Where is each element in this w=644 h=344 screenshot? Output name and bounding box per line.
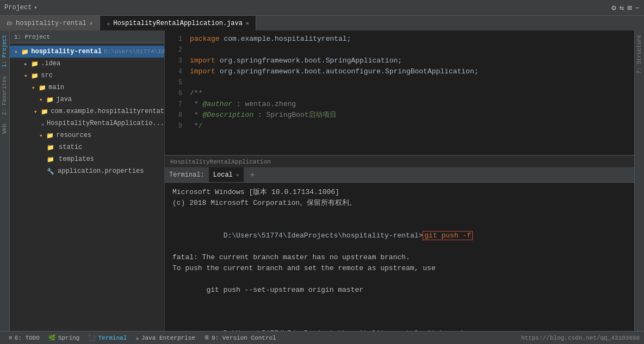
term-line-cmd1: D:\Users\51774\IdeaProjects\hospitality-… — [172, 220, 627, 252]
terminal-add-button[interactable]: + — [248, 171, 257, 179]
terminal-tab-local-label: Local — [213, 171, 233, 179]
tab-close-icon[interactable]: ✕ — [90, 20, 93, 27]
tab-hospitality-rental-application[interactable]: ☕ HospitalityRentalApplication.java ✕ — [100, 16, 256, 30]
term-line-3 — [172, 209, 627, 220]
status-version-control[interactable]: ⑨ 9: Version Control — [200, 332, 281, 344]
java-enterprise-label: Java Enterprise — [141, 335, 195, 341]
terminal-status-label: Terminal — [98, 335, 127, 341]
tree-path-root: D:\Users\51774\IdeaPro... — [104, 48, 164, 55]
folder-icon-resources: ▾ 📁 — [39, 132, 54, 139]
version-control-icon: ⑨ — [204, 334, 209, 341]
tree-item-idea[interactable]: ▸ 📁 .idea — [10, 58, 164, 70]
tree-label-resources: resources — [56, 132, 91, 139]
version-control-label: 9: Version Control — [212, 335, 276, 341]
tree-item-app-class[interactable]: ☕ HospitalityRentalApplicatio... — [10, 117, 164, 129]
tree-label-package: com.example.hospitalityrentat — [51, 108, 164, 115]
settings-icon[interactable]: ⚙ — [611, 3, 616, 12]
minimize-icon[interactable]: – — [635, 3, 640, 12]
tree-label-java: java — [56, 96, 72, 103]
tree-label-src: src — [41, 72, 53, 79]
project-dropdown-icon: ▾ — [34, 4, 37, 11]
tab-active-close-icon[interactable]: ✕ — [246, 20, 249, 27]
folder-icon-main: ▾ 📁 — [32, 84, 46, 91]
spring-label: Spring — [58, 335, 80, 341]
java-file-icon: ☕ — [41, 120, 45, 127]
status-bar: ≡ 6: TODO 🌿 Spring ⬛ Terminal ☕ Java Ent… — [0, 331, 644, 344]
terminal-area: Terminal: Local ✕ + Microsoft Windows [版… — [165, 167, 634, 331]
terminal-tab-close-icon[interactable]: ✕ — [236, 172, 239, 178]
left-tool-strip: 1: Project 2: Favorites Web — [0, 30, 10, 331]
folder-icon-root: ▾ 📁 — [14, 48, 29, 55]
tree-item-static[interactable]: 📁 static — [10, 141, 164, 153]
breadcrumb-text: HospitalityRentalApplication — [170, 159, 271, 165]
breadcrumb: HospitalityRentalApplication — [165, 155, 634, 167]
tree-item-templates[interactable]: 📁 templates — [10, 153, 164, 165]
folder-icon-idea: ▸ 📁 — [24, 60, 39, 67]
outer-layout: 1: Project 2: Favorites Web 1: Project ▾… — [0, 30, 644, 331]
code-area[interactable]: package com.example.hospitalityrental; i… — [185, 30, 634, 155]
tree-item-src[interactable]: ▾ 📁 src — [10, 70, 164, 82]
sync-icon[interactable]: ⇆ — [620, 3, 624, 12]
project-menu[interactable]: Project ▾ — [4, 4, 37, 11]
status-todo[interactable]: ≡ 6: TODO — [4, 332, 44, 344]
terminal-status-icon: ⬛ — [88, 334, 96, 341]
term-line-blank3 — [172, 307, 627, 317]
term-line-blank1 — [172, 274, 627, 285]
term-line-blank2 — [172, 296, 627, 307]
java-enterprise-icon: ☕ — [135, 334, 139, 341]
status-spring[interactable]: 🌿 Spring — [44, 332, 84, 344]
tree-label-main: main — [48, 84, 64, 91]
tree-item-java[interactable]: ▾ 📁 java — [10, 93, 164, 105]
tree-item-app-props[interactable]: 🔧 application.properties — [10, 165, 164, 177]
term-line-1: Microsoft Windows [版本 10.0.17134.1006] — [172, 187, 627, 198]
right-tool-strip: 7: Structure — [634, 30, 644, 331]
tab-text: hospitality-rental — [16, 20, 86, 27]
project-label: Project — [4, 4, 32, 11]
todo-label: 6: TODO — [15, 335, 40, 341]
term-line-fatal2: To push the current branch and set the r… — [172, 263, 627, 274]
right-panel: 1 2 3 4 5 6 7 8 9 package com.example.ho… — [165, 30, 634, 331]
tree-item-main[interactable]: ▾ 📁 main — [10, 82, 164, 93]
term-cmd-highlight: git push -f — [423, 231, 473, 240]
toolbar-icons: ⚙ ⇆ ⊞ – — [611, 3, 640, 12]
tab-label: 🗁 — [7, 20, 13, 27]
term-prompt-1: D:\Users\51774\IdeaProjects\hospitality-… — [224, 232, 419, 240]
status-terminal[interactable]: ⬛ Terminal — [84, 332, 131, 344]
props-file-icon: 🔧 — [47, 168, 54, 175]
sidebar-strip-favorites[interactable]: 2: Favorites — [1, 72, 9, 120]
grid-icon[interactable]: ⊞ — [627, 3, 631, 12]
terminal-label: Terminal: — [169, 171, 205, 179]
sidebar-strip-web[interactable]: Web — [1, 120, 9, 138]
folder-icon-static: 📁 — [47, 144, 54, 151]
tab-java-icon: ☕ — [107, 20, 110, 27]
tree-label-root: hospitality-rental — [31, 48, 102, 55]
tree-item-root[interactable]: ▾ 📁 hospitality-rental D:\Users\51774\Id… — [10, 46, 164, 58]
status-right-url: https://blog.csdn.net/qq_43103698 — [521, 335, 640, 341]
sidebar-title: 1: Project — [10, 30, 164, 43]
sidebar-title-text: 1: Project — [14, 34, 50, 40]
term-line-upstream: git push --set-upstream origin master — [172, 285, 627, 296]
folder-icon-package: ▾ 📁 — [34, 108, 48, 115]
top-menu-bar: Project ▾ ⚙ ⇆ ⊞ – — [0, 0, 644, 15]
tree-label-app-props: application.properties — [58, 167, 144, 175]
csdn-url: https://blog.csdn.net/qq_43103698 — [521, 335, 640, 341]
tree-item-resources[interactable]: ▾ 📁 resources — [10, 129, 164, 141]
todo-icon: ≡ — [9, 335, 13, 341]
status-java-enterprise[interactable]: ☕ Java Enterprise — [131, 332, 200, 344]
term-line-fatal1: fatal: The current branch master has no … — [172, 252, 627, 263]
tree-item-package[interactable]: ▾ 📁 com.example.hospitalityrentat — [10, 105, 164, 117]
sidebar-strip-project[interactable]: 1: Project — [1, 30, 9, 72]
tab-text-active: HospitalityRentalApplication.java — [113, 20, 243, 27]
term-line-cmd2: D:\Users\51774\IdeaProjects\hospitality-… — [172, 317, 627, 331]
folder-icon-src: ▾ 📁 — [24, 72, 39, 79]
tree-label-idea: .idea — [41, 60, 60, 67]
structure-strip[interactable]: 7: Structure — [635, 30, 643, 78]
tab-hospitality-rental[interactable]: 🗁 hospitality-rental ✕ — [0, 16, 100, 30]
terminal-tab-local[interactable]: Local ✕ — [209, 167, 244, 182]
code-editor: 1 2 3 4 5 6 7 8 9 package com.example.ho… — [165, 30, 634, 155]
main-content: 1: Project ▾ 📁 hospitality-rental D:\Use… — [10, 30, 634, 331]
folder-icon-templates: 📁 — [47, 156, 54, 163]
terminal-content: Microsoft Windows [版本 10.0.17134.1006] (… — [165, 183, 634, 331]
tree-label-templates: templates — [59, 155, 94, 163]
line-numbers: 1 2 3 4 5 6 7 8 9 — [165, 30, 185, 155]
